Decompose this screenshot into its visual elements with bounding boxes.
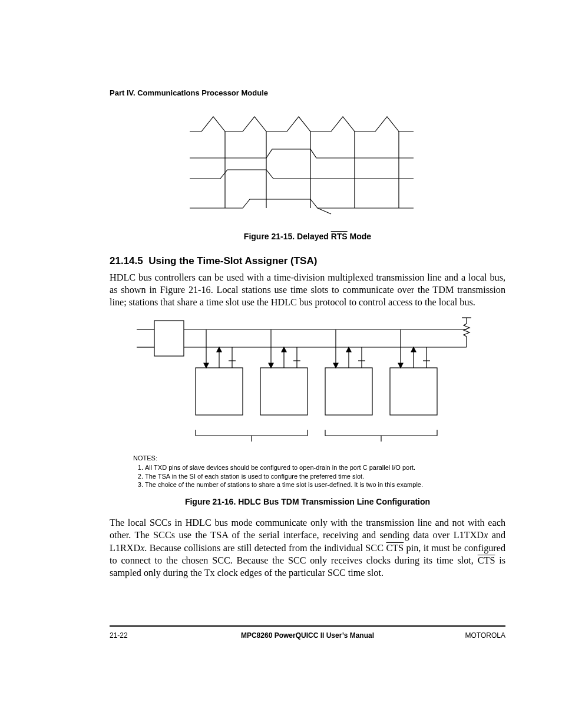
- footer-brand: MOTOROLA: [447, 631, 505, 640]
- page-footer: 21-22 MPC8260 PowerQUICC II User’s Manua…: [110, 625, 505, 640]
- footer-manual-title: MPC8260 PowerQUICC II User’s Manual: [168, 631, 447, 640]
- part-header: Part IV. Communications Processor Module: [110, 88, 505, 97]
- footer-page-number: 21-22: [110, 631, 168, 640]
- svg-rect-14: [196, 368, 243, 415]
- svg-marker-40: [398, 363, 403, 368]
- svg-rect-17: [390, 368, 437, 415]
- caption-prefix: Figure 21-15. Delayed: [244, 232, 331, 241]
- page: Part IV. Communications Processor Module…: [0, 0, 562, 728]
- section-number: 21.14.5: [110, 255, 143, 266]
- svg-rect-15: [260, 368, 308, 415]
- svg-rect-6: [154, 321, 184, 356]
- figure-21-16-caption: Figure 21-16. HDLC Bus TDM Transmission …: [110, 497, 505, 506]
- paragraph-1: HDLC bus controllers can be used with a …: [110, 272, 505, 309]
- svg-marker-19: [204, 363, 209, 368]
- note-2: The TSA in the SI of each station is use…: [145, 472, 505, 480]
- figure-21-16-diagram: [137, 315, 478, 450]
- note-3: The choice of the number of stations to …: [145, 480, 505, 489]
- svg-marker-33: [333, 363, 338, 368]
- svg-line-5: [318, 208, 331, 214]
- notes-label: NOTES:: [133, 454, 157, 462]
- svg-marker-28: [282, 347, 286, 352]
- paragraph-2: The local SCCs in HDLC bus mode communic…: [110, 517, 505, 579]
- figure-21-15-caption: Figure 21-15. Delayed RTS Mode: [110, 232, 505, 241]
- figure-21-15-diagram: [178, 114, 437, 226]
- caption-suffix: Mode: [348, 232, 371, 241]
- svg-marker-35: [346, 347, 351, 352]
- caption-rts: RTS: [331, 232, 348, 241]
- svg-marker-42: [411, 347, 416, 352]
- svg-marker-21: [217, 347, 222, 352]
- note-1: All TXD pins of slave devices should be …: [145, 463, 505, 472]
- svg-marker-26: [269, 363, 273, 368]
- section-heading: 21.14.5 Using the Time-Slot Assigner (TS…: [110, 255, 505, 267]
- svg-rect-16: [325, 368, 372, 415]
- section-title: Using the Time-Slot Assigner (TSA): [148, 255, 317, 266]
- figure-21-16-notes: NOTES: All TXD pins of slave devices sho…: [133, 454, 505, 489]
